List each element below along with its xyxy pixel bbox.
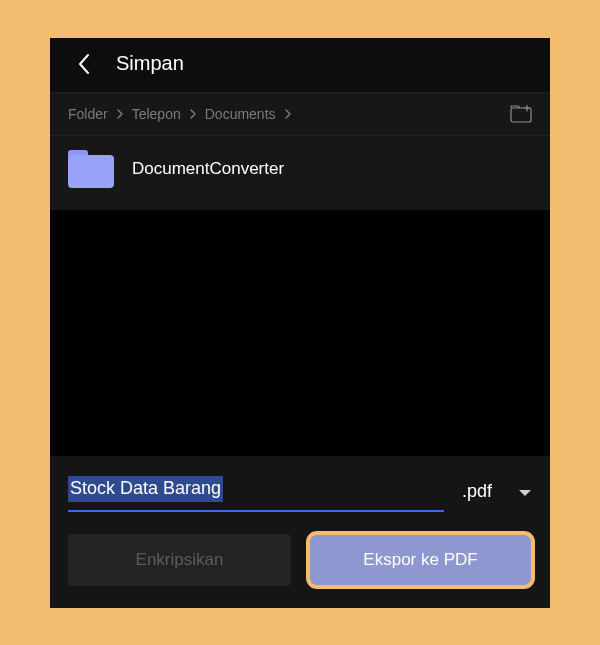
chevron-right-icon [189, 109, 197, 119]
back-button[interactable] [72, 52, 96, 76]
folder-name: DocumentConverter [132, 159, 284, 179]
new-folder-button[interactable] [510, 103, 532, 125]
encrypt-button[interactable]: Enkripsikan [68, 534, 291, 586]
dialog-title: Simpan [116, 52, 184, 75]
action-row: Enkripsikan Ekspor ke PDF [68, 534, 532, 586]
chevron-right-icon [284, 109, 292, 119]
chevron-right-icon [116, 109, 124, 119]
breadcrumb[interactable]: Folder Telepon Documents [68, 106, 510, 122]
folder-item[interactable]: DocumentConverter [68, 150, 532, 188]
empty-area [50, 210, 550, 457]
encrypt-label: Enkripsikan [136, 550, 224, 570]
chevron-left-icon [77, 53, 91, 75]
breadcrumb-item[interactable]: Telepon [132, 106, 181, 122]
export-label: Ekspor ke PDF [363, 550, 477, 570]
bottom-panel: Stock Data Barang .pdf Enkripsikan Ekspo… [50, 456, 550, 607]
breadcrumb-item[interactable]: Folder [68, 106, 108, 122]
filename-row: Stock Data Barang .pdf [68, 470, 532, 511]
folder-list: DocumentConverter [50, 136, 550, 210]
dialog-header: Simpan [50, 38, 550, 92]
folder-icon [68, 150, 114, 188]
breadcrumb-bar: Folder Telepon Documents [50, 92, 550, 136]
save-dialog: Simpan Folder Telepon Documents [50, 38, 550, 608]
export-pdf-button[interactable]: Ekspor ke PDF [309, 534, 532, 586]
new-folder-icon [510, 105, 532, 123]
caret-down-icon [518, 481, 532, 502]
extension-label: .pdf [462, 481, 492, 502]
extension-picker[interactable]: .pdf [462, 481, 532, 512]
breadcrumb-item[interactable]: Documents [205, 106, 276, 122]
filename-input[interactable]: Stock Data Barang [68, 470, 444, 511]
svg-rect-0 [511, 108, 531, 122]
filename-value: Stock Data Barang [68, 476, 223, 501]
